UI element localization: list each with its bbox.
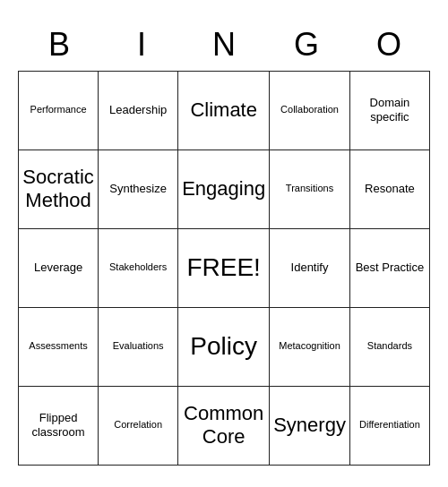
bingo-cell: Performance (19, 72, 99, 150)
cell-text: Domain specific (354, 96, 426, 124)
bingo-card: BINGO PerformanceLeadershipClimateCollab… (9, 13, 439, 474)
cell-text: Identify (291, 261, 329, 275)
cell-text: Transitions (286, 183, 333, 194)
bingo-cell: Leverage (19, 229, 99, 308)
bingo-cell: Socratic Method (19, 150, 99, 229)
bingo-letter: O (348, 22, 430, 71)
bingo-cell: Identify (270, 229, 350, 308)
bingo-cell: Transitions (270, 150, 350, 229)
bingo-cell: Common Core (178, 387, 270, 466)
cell-text: Socratic Method (22, 166, 94, 213)
bingo-cell: Correlation (99, 387, 178, 466)
cell-text: Leverage (34, 261, 82, 275)
bingo-header: BINGO (18, 22, 430, 71)
cell-text: Metacognition (279, 340, 340, 352)
cell-text: Resonate (365, 182, 415, 196)
cell-text: Assessments (29, 340, 87, 352)
bingo-letter: N (183, 22, 265, 71)
bingo-cell: Leadership (99, 72, 178, 150)
bingo-cell: Resonate (350, 150, 430, 229)
bingo-cell: Standards (350, 308, 430, 387)
cell-text: Policy (190, 331, 257, 362)
cell-text: Best Practice (356, 261, 425, 275)
bingo-cell: Best Practice (350, 229, 430, 308)
cell-text: Collaboration (280, 104, 339, 115)
bingo-cell: Metacognition (270, 308, 350, 387)
bingo-cell: Climate (178, 72, 270, 150)
bingo-cell: Collaboration (270, 72, 350, 150)
cell-text: Flipped classroom (22, 411, 94, 439)
cell-text: FREE! (186, 252, 260, 283)
cell-text: Common Core (182, 402, 265, 449)
bingo-cell: Synergy (270, 387, 350, 466)
cell-text: Leadership (109, 103, 167, 117)
bingo-cell: Evaluations (99, 308, 178, 387)
bingo-letter: G (265, 22, 348, 71)
cell-text: Differentiation (359, 419, 420, 431)
bingo-grid: PerformanceLeadershipClimateCollaboratio… (18, 71, 430, 466)
cell-text: Climate (190, 98, 257, 122)
bingo-letter: B (18, 22, 100, 71)
bingo-cell: Policy (178, 308, 270, 387)
cell-text: Evaluations (113, 340, 164, 352)
cell-text: Synergy (273, 414, 346, 437)
bingo-cell: Stakeholders (99, 229, 178, 308)
bingo-cell: Flipped classroom (19, 387, 99, 466)
bingo-cell: Differentiation (350, 387, 430, 466)
bingo-cell: FREE! (178, 229, 270, 308)
bingo-cell: Engaging (178, 150, 270, 229)
cell-text: Synthesize (109, 182, 167, 196)
cell-text: Stakeholders (109, 261, 167, 273)
cell-text: Correlation (114, 419, 162, 431)
cell-text: Performance (30, 104, 87, 115)
bingo-cell: Synthesize (99, 150, 178, 229)
cell-text: Engaging (182, 177, 265, 201)
bingo-letter: I (100, 22, 183, 71)
bingo-cell: Domain specific (350, 72, 430, 150)
cell-text: Standards (367, 340, 412, 352)
bingo-cell: Assessments (19, 308, 99, 387)
